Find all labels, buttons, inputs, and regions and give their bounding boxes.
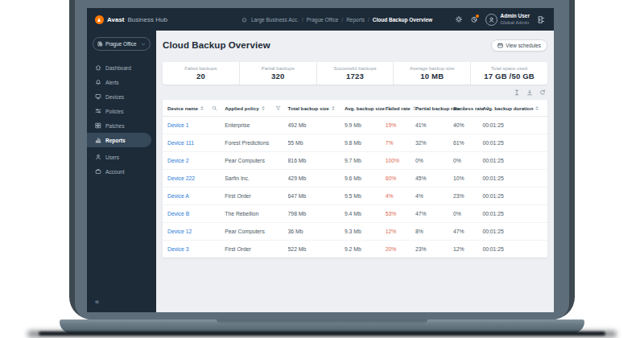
refresh-icon[interactable] <box>539 89 546 96</box>
briefcase-icon <box>95 168 101 175</box>
dashboard-icon <box>95 64 101 71</box>
sort-icon[interactable] <box>332 106 335 110</box>
sidebar-item-account[interactable]: Account <box>87 164 156 179</box>
cell-total-backup-size: 647 Mb <box>288 193 345 199</box>
cell-device-name[interactable]: Device 12 <box>167 229 225 234</box>
column-header-partial-backup-rate[interactable]: Partial backup rate <box>415 105 453 111</box>
stat-failed-backups: Failed backups 20 <box>163 62 239 84</box>
cell-partial-backup-rate: 23% <box>415 246 453 252</box>
sidebar-item-patches[interactable]: Patches <box>87 118 156 133</box>
column-header-failed-rate[interactable]: Failed rate <box>386 105 415 111</box>
table-row: Device 1 Enterprise 492 Mb 9.9 Mb 19% 41… <box>163 117 547 134</box>
table-row: Device 222 Sarfin Inc. 429 Mb 9.6 Mb 60%… <box>163 170 547 188</box>
logout-icon[interactable] <box>537 15 546 24</box>
cell-avg-backup-duration: 00:01:25 <box>482 122 543 128</box>
view-schedules-button[interactable]: View schedules <box>491 39 547 52</box>
stat-value: 10 MB <box>420 72 444 80</box>
whats-new-icon[interactable] <box>470 15 478 23</box>
sidebar-item-devices[interactable]: Devices <box>87 89 156 104</box>
user-menu[interactable]: Admin User Global Admin <box>485 13 530 26</box>
table-header-row: Device name Applied policy <box>163 100 547 117</box>
backup-table: Device name Applied policy <box>163 100 547 258</box>
column-label: Total backup size <box>288 105 329 111</box>
breadcrumb-item-current: Cloud Backup Overview <box>373 17 432 23</box>
sidebar-item-label: Patches <box>105 123 125 129</box>
column-header-device-name[interactable]: Device name <box>167 105 225 111</box>
cell-success-rate: 0% <box>453 211 482 216</box>
sidebar-item-alerts[interactable]: Alerts <box>87 75 156 89</box>
column-header-avg-backup-size[interactable]: Avg. backup size <box>345 105 386 111</box>
cell-avg-backup-size: 9.6 Mb <box>345 175 386 181</box>
cell-partial-backup-rate: 8% <box>415 229 453 234</box>
column-header-total-backup-size[interactable]: Total backup size <box>288 105 345 111</box>
cell-device-name[interactable]: Device 2 <box>167 158 225 163</box>
cell-success-rate: 12% <box>453 246 482 252</box>
cell-success-rate: 47% <box>453 229 482 234</box>
column-label: Device name <box>167 105 198 111</box>
sort-icon[interactable] <box>200 106 204 110</box>
cell-total-backup-size: 429 Mb <box>288 175 345 181</box>
summary-stats-card: Failed backups 20 Partial backups 320 Su… <box>163 62 547 84</box>
breadcrumb-item[interactable]: Large Business Acc. <box>251 17 299 23</box>
columns-icon[interactable] <box>514 89 520 96</box>
sort-icon[interactable] <box>262 106 265 110</box>
gear-icon[interactable] <box>455 15 463 23</box>
column-header-success-rate[interactable]: Success rate <box>453 105 482 111</box>
cell-device-name[interactable]: Device 3 <box>167 246 225 252</box>
home-icon[interactable] <box>242 17 247 23</box>
breadcrumb-item[interactable]: Prague Office <box>307 17 339 23</box>
site-selector[interactable]: Prague Office <box>93 37 151 51</box>
stat-label: Failed backups <box>184 66 217 71</box>
column-header-applied-policy[interactable]: Applied policy <box>225 105 287 111</box>
cell-device-name[interactable]: Device A <box>167 193 225 199</box>
table-toolbar <box>163 86 546 99</box>
cell-partial-backup-rate: 47% <box>415 211 453 216</box>
cell-total-backup-size: 816 Mb <box>288 158 345 163</box>
search-icon[interactable] <box>212 105 217 111</box>
cell-avg-backup-duration: 00:01:25 <box>482 193 543 199</box>
cell-failed-rate: 20% <box>386 246 415 252</box>
filter-icon[interactable] <box>275 105 281 111</box>
cell-applied-policy: Enterprise <box>225 122 287 128</box>
laptop-base-notch <box>217 319 427 324</box>
sidebar-item-label: Users <box>105 155 119 160</box>
cell-avg-backup-duration: 00:01:25 <box>482 246 543 252</box>
cell-failed-rate: 60% <box>386 175 415 181</box>
app-body: Prague Office Dashboard <box>87 31 554 312</box>
cell-failed-rate: 53% <box>386 211 415 216</box>
cell-device-name[interactable]: Device B <box>167 211 225 216</box>
cell-failed-rate: 7% <box>386 140 415 146</box>
sidebar-item-users[interactable]: Users <box>87 150 156 164</box>
cell-device-name[interactable]: Device 1 <box>167 122 225 128</box>
sidebar-collapse-button[interactable]: « <box>95 299 99 306</box>
topbar-actions: Admin User Global Admin <box>455 13 546 26</box>
cell-device-name[interactable]: Device 111 <box>167 140 225 146</box>
building-icon <box>97 41 103 47</box>
breadcrumb-item[interactable]: Reports <box>346 17 365 23</box>
sidebar-menu: Dashboard Alerts Devices <box>87 60 156 179</box>
sidebar-item-reports[interactable]: Reports <box>87 133 151 147</box>
breadcrumb-separator: / <box>302 17 303 23</box>
stat-label: Average backup size <box>410 66 455 71</box>
stat-value: 320 <box>271 72 284 80</box>
column-header-avg-backup-duration[interactable]: Avg. backup duration <box>482 105 543 111</box>
cell-applied-policy: First Order <box>225 193 287 199</box>
cell-partial-backup-rate: 0% <box>415 158 453 163</box>
brand-name: Avast <box>107 16 125 23</box>
sliders-icon <box>95 108 101 114</box>
sidebar-item-dashboard[interactable]: Dashboard <box>87 60 156 75</box>
cell-device-name[interactable]: Device 222 <box>167 175 225 181</box>
download-icon[interactable] <box>526 89 533 96</box>
table-row: Device 2 Pear Computers 816 Mb 9.7 Mb 10… <box>163 152 547 170</box>
column-label: Failed rate <box>386 105 411 111</box>
avatar <box>485 14 497 26</box>
view-schedules-label: View schedules <box>506 43 541 48</box>
sort-icon[interactable] <box>535 106 539 110</box>
user-role: Global Admin <box>501 20 530 26</box>
cell-applied-policy: Sarfin Inc. <box>225 175 287 181</box>
sidebar-item-policies[interactable]: Policies <box>87 104 156 118</box>
page-header: Cloud Backup Overview View schedules <box>163 39 547 52</box>
cell-avg-backup-size: 9.8 Mb <box>345 140 386 146</box>
column-label: Success rate <box>453 105 484 111</box>
table-row: Device 12 Pear Computers 36 Mb 9.3 Mb 12… <box>163 223 547 241</box>
